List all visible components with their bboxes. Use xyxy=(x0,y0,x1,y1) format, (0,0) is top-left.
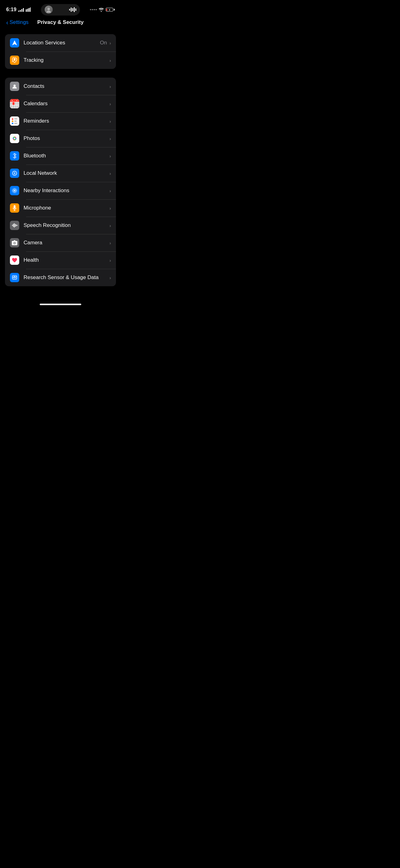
svg-point-5 xyxy=(46,10,51,13)
list-item[interactable]: Local Network › xyxy=(5,164,116,182)
chevron-right-icon: › xyxy=(109,188,111,193)
svg-rect-25 xyxy=(12,225,13,226)
reminders-label: Reminders xyxy=(24,118,109,124)
chevron-right-icon: › xyxy=(109,240,111,246)
contacts-icon xyxy=(10,82,19,91)
list-item[interactable]: Location Services On › xyxy=(5,34,116,52)
list-item[interactable]: Speech Recognition › xyxy=(5,217,116,234)
status-bar: 6:19 xyxy=(0,0,121,17)
svg-rect-1 xyxy=(27,9,28,12)
avatar xyxy=(45,6,53,14)
svg-point-14 xyxy=(14,137,15,140)
chevron-right-icon: › xyxy=(109,275,111,280)
status-time: 6:19 xyxy=(6,7,16,12)
list-item[interactable]: Reminders › xyxy=(5,113,116,130)
svg-rect-26 xyxy=(13,224,14,227)
chevron-right-icon: › xyxy=(109,58,111,63)
chevron-right-icon: › xyxy=(109,101,111,106)
svg-point-19 xyxy=(14,190,15,191)
nearby-interactions-icon xyxy=(10,186,19,195)
svg-marker-6 xyxy=(12,40,17,45)
health-icon xyxy=(10,255,19,265)
svg-point-4 xyxy=(47,8,50,10)
list-item[interactable]: Bluetooth › xyxy=(5,147,116,164)
svg-rect-28 xyxy=(15,224,15,227)
list-item[interactable]: Tracking › xyxy=(5,52,116,69)
nav-bar: ‹ Settings Privacy & Security xyxy=(0,17,121,29)
svg-rect-30 xyxy=(17,225,18,226)
chevron-right-icon: › xyxy=(109,84,111,89)
health-label: Health xyxy=(24,257,109,263)
list-item[interactable]: Microphone › xyxy=(5,199,116,217)
list-item[interactable]: Photos › xyxy=(5,130,116,147)
chevron-right-icon: › xyxy=(109,258,111,263)
location-services-icon xyxy=(10,38,19,48)
chevron-right-icon: › xyxy=(109,153,111,159)
location-services-label: Location Services xyxy=(24,40,100,46)
chevron-right-icon: › xyxy=(109,171,111,176)
list-item[interactable]: Nearby Interactions › xyxy=(5,182,116,199)
page-title: Privacy & Security xyxy=(37,19,84,26)
tracking-label: Tracking xyxy=(24,57,109,63)
bluetooth-label: Bluetooth xyxy=(24,153,109,159)
home-indicator xyxy=(40,304,81,305)
content: Location Services On › Tracking › Contac… xyxy=(0,29,121,300)
svg-rect-27 xyxy=(14,223,14,227)
waveform-icon xyxy=(69,7,76,12)
microphone-label: Microphone xyxy=(24,205,109,211)
nearby-interactions-label: Nearby Interactions xyxy=(24,187,109,194)
calendars-label: Calendars xyxy=(24,101,109,107)
microphone-icon xyxy=(10,203,19,213)
list-item[interactable]: Health › xyxy=(5,251,116,269)
camera-label: Camera xyxy=(24,240,109,246)
svg-rect-29 xyxy=(16,224,16,226)
cellular-dots-icon xyxy=(90,9,97,10)
wifi-icon xyxy=(99,8,104,12)
svg-rect-2 xyxy=(29,8,29,12)
back-button[interactable]: ‹ Settings xyxy=(6,19,29,26)
location-services-value: On xyxy=(100,40,107,46)
svg-point-7 xyxy=(14,85,16,87)
tracking-icon xyxy=(10,56,19,65)
chevron-right-icon: › xyxy=(109,206,111,211)
chevron-left-icon: ‹ xyxy=(6,19,8,26)
signal-bars-icon xyxy=(18,8,24,12)
contacts-label: Contacts xyxy=(24,83,109,89)
location-group: Location Services On › Tracking › xyxy=(5,34,116,69)
reminders-icon xyxy=(10,116,19,126)
svg-rect-3 xyxy=(30,7,31,12)
research-sensor-icon xyxy=(10,273,19,282)
chevron-right-icon: › xyxy=(109,40,111,45)
chevron-right-icon: › xyxy=(109,119,111,124)
calendars-icon: ● ● xyxy=(10,99,19,108)
svg-point-32 xyxy=(14,243,15,244)
chevron-right-icon: › xyxy=(109,136,111,141)
dynamic-island xyxy=(41,4,80,16)
list-item[interactable]: ● ● Calendars › xyxy=(5,95,116,113)
permissions-group: Contacts › ● ● xyxy=(5,78,116,286)
speech-recognition-icon xyxy=(10,221,19,230)
bluetooth-icon xyxy=(10,151,19,160)
list-item[interactable]: Contacts › xyxy=(5,78,116,95)
svg-rect-22 xyxy=(14,205,15,209)
camera-icon xyxy=(10,238,19,247)
list-item[interactable]: Camera › xyxy=(5,234,116,251)
battery-icon: 3 xyxy=(106,8,115,11)
photos-label: Photos xyxy=(24,135,109,142)
local-network-icon xyxy=(10,168,19,178)
research-sensor-label: Research Sensor & Usage Data xyxy=(24,274,109,281)
back-label: Settings xyxy=(10,19,29,26)
svg-rect-0 xyxy=(26,9,27,12)
chevron-right-icon: › xyxy=(109,223,111,228)
local-network-label: Local Network xyxy=(24,170,109,176)
photos-icon xyxy=(10,134,19,143)
status-right: 3 xyxy=(90,8,115,12)
list-item[interactable]: Research Sensor & Usage Data › xyxy=(5,269,116,286)
speech-recognition-label: Speech Recognition xyxy=(24,222,109,228)
lte-signal-icon xyxy=(26,7,31,12)
status-left: 6:19 xyxy=(6,7,31,12)
